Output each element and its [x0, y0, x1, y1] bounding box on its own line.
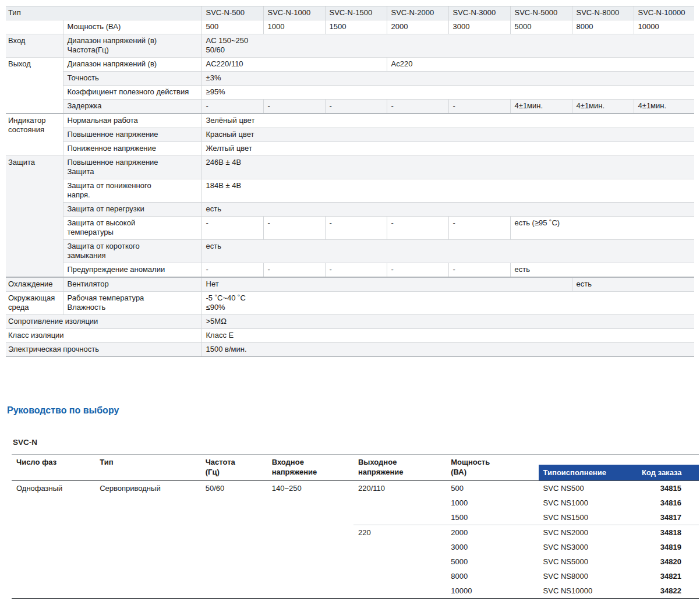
value-cell: Желтый цвет [201, 142, 694, 156]
value-cell: есть [510, 263, 694, 278]
value-cell: SVC NS1500 [539, 510, 637, 525]
column-header: SVC-N-8000 [572, 6, 634, 20]
value-cell: - [448, 100, 510, 114]
row-category: Окружающая среда [6, 292, 63, 315]
value-cell: 4±1мин. [634, 100, 694, 114]
order-code-cell: 34820 [637, 554, 699, 569]
value-cell: есть (≥95 ˚C) [510, 217, 694, 240]
table-row: Сопротивление изоляции>5МΩ [6, 315, 694, 329]
value-cell: AC220/110 [201, 58, 387, 72]
row-parameter: Защита от пониженного напря. [63, 179, 201, 203]
row-parameter: Вентилятор [63, 277, 201, 292]
table-row: Защита от высокой температуры-----есть (… [6, 217, 694, 240]
table-row: ОхлаждениеВентиляторНетесть [6, 277, 694, 292]
column-header: Код заказа [637, 455, 699, 481]
value-cell: 2000 [446, 525, 538, 540]
value-cell: - [387, 263, 448, 278]
value-cell: 1000 [446, 496, 538, 510]
row-parameter: Защита от короткого замыкания [63, 240, 201, 263]
table-row: Число фазТипЧастота (Гц)Входное напряжен… [12, 455, 699, 481]
row-parameter: Диапазон напряжений (в) [63, 58, 201, 72]
column-header: SVC-N-500 [201, 6, 263, 20]
value-cell: 3000 [448, 20, 510, 34]
row-parameter: Защита от перегрузки [63, 203, 201, 217]
value-cell: ±3% [201, 72, 694, 86]
table-row: Индикатор состоянияНормальная работаЗелё… [6, 114, 694, 128]
row-parameter: Задержка [63, 100, 201, 114]
value-cell: AC 150~250 50/60 [201, 34, 694, 58]
selection-table-wrap: Число фазТипЧастота (Гц)Входное напряжен… [12, 454, 699, 599]
value-cell: SVC NS1000 [539, 496, 637, 510]
column-header: SVC-N-1500 [325, 6, 387, 20]
value-cell: - [201, 100, 263, 114]
table-row: Предупреждение аномалии-----есть [6, 263, 694, 278]
table-row: ВходДиапазон напряжений (в) Частота(Гц)A… [6, 34, 694, 58]
value-cell: - [448, 263, 510, 278]
table-row: ЗащитаПовышенное напряжение Защита246В ±… [6, 156, 694, 179]
order-code-cell: 34819 [637, 540, 699, 554]
row-category: Вход [6, 34, 63, 58]
value-cell: ≥95% [201, 86, 694, 100]
value-cell: 184В ± 4В [201, 179, 694, 203]
row-parameter: Коэффициент полезного действия [63, 86, 201, 100]
value-cell: - [325, 100, 387, 114]
row-category: Сопротивление изоляции [6, 315, 201, 329]
value-cell: 2000 [387, 20, 448, 34]
value-cell: - [263, 100, 325, 114]
row-category: Охлаждение [6, 277, 63, 292]
selection-guide-table: Число фазТипЧастота (Гц)Входное напряжен… [12, 455, 699, 598]
row-category [6, 20, 63, 34]
row-parameter: Рабочая температура Влажность [63, 292, 201, 315]
table-row: Пониженное напряжениеЖелтый цвет [6, 142, 694, 156]
row-category: Тип [6, 6, 201, 20]
value-cell: 1000 [263, 20, 325, 34]
spec-table: ТипSVC-N-500SVC-N-1000SVC-N-1500SVC-N-20… [6, 6, 694, 356]
column-header: Тип [95, 455, 201, 481]
table-row: Мощность (ВА)500100015002000300050008000… [6, 20, 694, 34]
column-header: Входное напряжение [267, 455, 353, 481]
value-cell: Класс Е [201, 329, 694, 343]
order-code-cell: 34817 [637, 510, 699, 525]
value-cell: - [325, 217, 387, 240]
value-cell: 3000 [446, 540, 538, 554]
value-cell: 4±1мин. [572, 100, 634, 114]
value-cell: Сервоприводный [95, 481, 201, 599]
table-row: Электрическая прочность1500 в/мин. [6, 343, 694, 357]
table-row: ВыходДиапазон напряжений (в)AC220/110Ac2… [6, 58, 694, 72]
spec-table-wrap: ТипSVC-N-500SVC-N-1000SVC-N-1500SVC-N-20… [6, 6, 694, 357]
value-cell: Нет [201, 277, 572, 292]
value-cell: 500 [446, 481, 538, 496]
table-row: Защита от пониженного напря.184В ± 4В [6, 179, 694, 203]
value-cell: 220 [353, 525, 446, 599]
value-cell: - [263, 263, 325, 278]
table-row: Защита от перегрузкиесть [6, 203, 694, 217]
section-title: Руководство по выбору [7, 405, 694, 416]
order-code-cell: 34815 [637, 481, 699, 496]
value-cell: - [387, 217, 448, 240]
row-category: Выход [6, 58, 63, 114]
value-cell: SVC NS3000 [539, 540, 637, 554]
value-cell: 1500 в/мин. [201, 343, 694, 357]
row-parameter: Предупреждение аномалии [63, 263, 201, 278]
table-row: Защита от короткого замыканияесть [6, 240, 694, 263]
order-code-cell: 34821 [637, 569, 699, 583]
value-cell: есть [572, 277, 694, 292]
row-parameter: Повышенное напряжение [63, 128, 201, 142]
value-cell: 50/60 [201, 481, 267, 599]
value-cell: SVC NS2000 [539, 525, 637, 540]
value-cell: - [263, 217, 325, 240]
datasheet-page: ТипSVC-N-500SVC-N-1000SVC-N-1500SVC-N-20… [0, 0, 700, 599]
value-cell: 1500 [325, 20, 387, 34]
value-cell: SVC NS500 [539, 481, 637, 496]
order-code-cell: 34822 [637, 583, 699, 598]
value-cell: Ac220 [387, 58, 694, 72]
column-header: Типоисполнение [539, 455, 637, 481]
value-cell: 10000 [634, 20, 694, 34]
value-cell: - [325, 263, 387, 278]
row-parameter: Пониженное напряжение [63, 142, 201, 156]
value-cell: - [201, 217, 263, 240]
column-header: SVC-N-1000 [263, 6, 325, 20]
value-cell: есть [201, 203, 694, 217]
column-header: SVC-N-3000 [448, 6, 510, 20]
column-header: Мощность (ВА) [446, 455, 538, 481]
